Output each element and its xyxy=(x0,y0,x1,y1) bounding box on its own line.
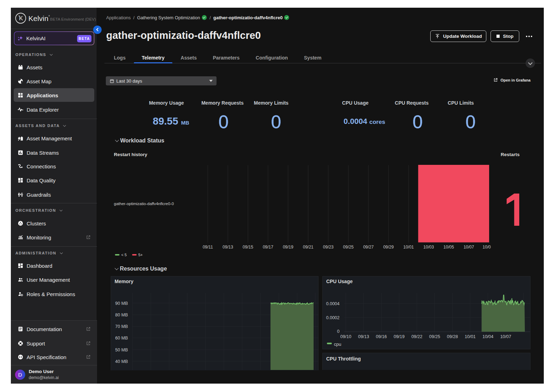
svg-text:70 MB: 70 MB xyxy=(115,324,128,329)
svg-text:cpu: cpu xyxy=(334,342,341,347)
svg-text:80 MB: 80 MB xyxy=(115,313,128,317)
svg-text:60 MB: 60 MB xyxy=(115,336,128,341)
svg-text:40 MB: 40 MB xyxy=(115,359,128,364)
svg-text:10/07: 10/07 xyxy=(500,334,511,339)
svg-text:09/13: 09/13 xyxy=(358,334,369,339)
svg-text:K: K xyxy=(19,15,23,22)
svg-text:09/25: 09/25 xyxy=(429,334,440,339)
svg-text:09/22: 09/22 xyxy=(411,334,422,339)
svg-text:09/10: 09/10 xyxy=(340,334,351,339)
svg-text:0.0004: 0.0004 xyxy=(326,301,340,306)
svg-text:09/19: 09/19 xyxy=(393,334,404,339)
svg-text:90 MB: 90 MB xyxy=(115,301,128,306)
svg-text:10/04: 10/04 xyxy=(482,334,493,339)
svg-text:0: 0 xyxy=(337,329,340,334)
svg-text:50 MB: 50 MB xyxy=(115,348,128,352)
svg-text:09/16: 09/16 xyxy=(376,334,387,339)
svg-text:0.0002: 0.0002 xyxy=(326,315,340,320)
svg-text:10/01: 10/01 xyxy=(465,334,475,339)
svg-text:09/28: 09/28 xyxy=(447,334,458,339)
